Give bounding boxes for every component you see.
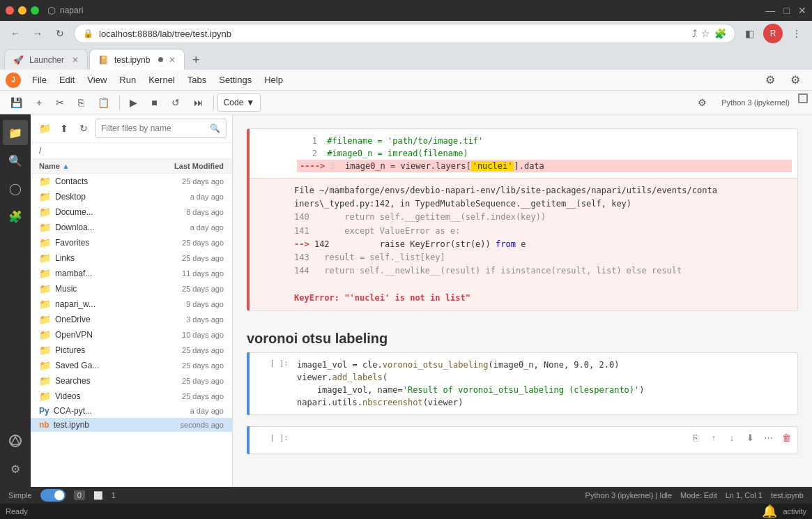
file-search-input[interactable] (101, 123, 206, 133)
jupyter-area: J File Edit View Run Kernel Tabs Setting… (0, 70, 812, 504)
menu-run[interactable]: Run (114, 73, 141, 86)
search-icon: 🔍 (210, 123, 220, 133)
notebook-heading: voronoi otsu labeling (247, 322, 798, 352)
menu-view[interactable]: View (82, 73, 112, 86)
os-minimize[interactable]: — (766, 5, 776, 16)
col-name-header[interactable]: Name ▲ (39, 162, 154, 170)
toolbar-kernel-settings[interactable]: ⚙ (691, 93, 713, 112)
file-item[interactable]: 📁 Desktop a day ago (31, 189, 232, 204)
os-close[interactable]: ✕ (798, 5, 806, 16)
file-item[interactable]: 📁 napari_w... 9 days ago (31, 296, 232, 312)
browser-tab-launcher[interactable]: 🚀 Launcher ✕ (4, 49, 88, 70)
menu-settings[interactable]: Settings (213, 73, 257, 86)
menu-file[interactable]: File (26, 73, 52, 86)
address-puzzle-icon[interactable]: 🧩 (714, 28, 726, 39)
address-star-icon[interactable]: ☆ (701, 28, 710, 39)
window-min-btn[interactable] (18, 6, 26, 15)
new-folder-btn[interactable]: 📁 (36, 119, 53, 138)
file-item[interactable]: 📁 OneDrive 3 days ago (31, 312, 232, 327)
jupyter-settings-btn2[interactable]: ⚙ (784, 71, 806, 89)
file-item[interactable]: nb test.ipynb seconds ago (31, 418, 232, 432)
browser-user-btn[interactable]: R (763, 24, 783, 43)
file-item[interactable]: 📁 Pictures 25 days ago (31, 343, 232, 358)
breadcrumb-root[interactable]: / (39, 146, 41, 156)
file-item[interactable]: 📁 mambaf... 11 days ago (31, 266, 232, 281)
save-btn[interactable]: 💾 (4, 93, 29, 112)
status-check: ⬜ (93, 491, 103, 500)
breadcrumb: / (31, 143, 232, 159)
file-name: Contacts (55, 176, 154, 186)
stop-btn[interactable]: ■ (145, 93, 163, 112)
file-item[interactable]: 📁 Videos 25 days ago (31, 389, 232, 404)
cell-delete-btn[interactable]: 🗑 (778, 430, 795, 446)
simple-toggle[interactable] (40, 489, 66, 502)
menu-tabs[interactable]: Tabs (182, 73, 212, 86)
sidebar-icon-files[interactable]: 📁 (3, 120, 28, 145)
sidebar-icon-search[interactable]: 🔍 (3, 148, 28, 173)
run-btn[interactable]: ▶ (123, 93, 144, 112)
traceback-line143: 143 result = self._list[key] (294, 253, 445, 262)
cell-2-code[interactable]: image1_vol = cle.voronoi_otsu_labeling(i… (291, 353, 797, 414)
address-bar[interactable]: 🔒 localhost:8888/lab/tree/test.ipynb ⤴ ☆… (74, 24, 735, 43)
file-search-box[interactable]: 🔍 (95, 119, 227, 138)
add-cell-btn[interactable]: + (30, 93, 48, 112)
os-restore[interactable]: □ (784, 5, 790, 16)
menu-kernel[interactable]: Kernel (143, 73, 181, 86)
cell-more-btn[interactable]: ⋯ (760, 430, 776, 446)
new-tab-btn[interactable]: + (186, 50, 206, 70)
file-item[interactable]: 📁 Docume... 8 days ago (31, 204, 232, 220)
address-bar-icons: ⤴ ☆ 🧩 (692, 28, 726, 39)
browser-back-btn[interactable]: ← (6, 24, 25, 43)
browser-reload-btn[interactable]: ↻ (50, 24, 70, 43)
run-all-btn[interactable]: ⏭ (187, 93, 210, 112)
file-item[interactable]: 📁 OpenVPN 10 days ago (31, 327, 232, 343)
address-share-icon[interactable]: ⤴ (692, 28, 697, 39)
cell-move-up-btn[interactable]: ↑ (705, 430, 722, 446)
menu-help[interactable]: Help (259, 73, 289, 86)
notebook-tab-close[interactable]: ✕ (169, 55, 176, 65)
launcher-tab-close[interactable]: ✕ (72, 55, 79, 65)
upload-btn[interactable]: ⬆ (56, 119, 72, 138)
browser-nav-controls: ← → ↻ (6, 24, 70, 43)
file-item[interactable]: 📁 Contacts 25 days ago (31, 174, 232, 189)
file-item[interactable]: 📁 Downloa... a day ago (31, 220, 232, 235)
folder-icon: 📁 (39, 329, 51, 340)
paste-cell-btn[interactable]: 📋 (91, 93, 116, 112)
col-date-header[interactable]: Last Modified (154, 162, 224, 170)
napari-activity-icon[interactable]: 🔔 (762, 504, 777, 519)
cell-type-select[interactable]: Code ▼ (217, 93, 261, 112)
sidebar-icon-napari[interactable] (3, 428, 28, 453)
sidebar-icon-git[interactable]: ◯ (3, 176, 28, 201)
file-item[interactable]: 📁 Music 25 days ago (31, 281, 232, 296)
jupyter-settings-btn[interactable]: ⚙ (759, 71, 781, 89)
browser-forward-btn[interactable]: → (28, 24, 47, 43)
refresh-btn[interactable]: ↻ (75, 119, 92, 138)
file-item[interactable]: 📁 Links 25 days ago (31, 250, 232, 266)
folder-icon: 📁 (39, 191, 51, 202)
file-item[interactable]: 📁 Searches 25 days ago (31, 373, 232, 389)
browser-tab-notebook[interactable]: 📔 test.ipynb ✕ (89, 49, 185, 70)
kernel-status-indicator: ○ (798, 93, 808, 103)
cut-cell-btn[interactable]: ✂ (49, 93, 70, 112)
browser-sidebar-btn[interactable]: ◧ (740, 24, 759, 43)
cell-download-btn[interactable]: ⬇ (742, 430, 758, 446)
sidebar-icon-settings[interactable]: ⚙ (3, 456, 28, 481)
restart-btn[interactable]: ↺ (165, 93, 186, 112)
folder-icon: 📁 (39, 360, 51, 371)
browser-menu-btn[interactable]: ⋮ (787, 24, 806, 43)
folder-icon: 📁 (39, 253, 51, 264)
napari-status-right: 🔔 activity (762, 504, 806, 519)
cell-copy-btn[interactable]: ⎘ (687, 430, 704, 446)
file-item[interactable]: Py CCA-pyt... a day ago (31, 404, 232, 418)
cell-1-code[interactable]: 1 #filename = 'path/to/image.tif' 2 #ima… (291, 129, 797, 178)
file-item[interactable]: 📁 Saved Ga... 25 days ago (31, 358, 232, 373)
file-item[interactable]: 📁 Favorites 25 days ago (31, 235, 232, 250)
cell-move-down-btn[interactable]: ↓ (723, 430, 740, 446)
window-max-btn[interactable] (31, 6, 39, 15)
menu-edit[interactable]: Edit (54, 73, 80, 86)
copy-cell-btn[interactable]: ⎘ (72, 93, 90, 112)
file-name: Videos (55, 391, 154, 401)
address-secure-icon: 🔒 (83, 29, 93, 38)
window-close-btn[interactable] (6, 6, 14, 15)
sidebar-icon-extensions[interactable]: 🧩 (3, 204, 28, 229)
